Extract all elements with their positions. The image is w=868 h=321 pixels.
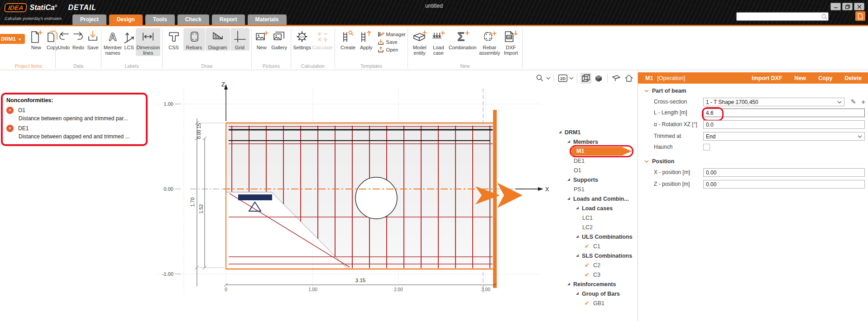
new-project-item-button[interactable]: New (29, 28, 44, 51)
tree-item-label: Reinforcements (573, 281, 616, 288)
rebar-section-icon (187, 28, 201, 45)
gallery-button[interactable]: Gallery (269, 28, 289, 51)
rebars-button[interactable]: Rebars (183, 28, 205, 51)
tab-report[interactable]: Report (212, 14, 245, 25)
svg-text:1.00: 1.00 (164, 101, 173, 107)
length-input[interactable]: 4.6 (703, 109, 865, 117)
rotation-input[interactable]: 0.0 (703, 120, 865, 129)
tab-materials[interactable]: Materials (248, 14, 287, 25)
tree-expander-icon[interactable] (567, 178, 570, 181)
tree-expander-icon[interactable] (576, 207, 579, 209)
tree-expander-icon[interactable] (567, 197, 570, 200)
restore-button[interactable] (842, 3, 853, 10)
tree-item-load-cases[interactable]: Load cases (554, 203, 640, 213)
nonconformity-item[interactable]: ✕ O1 (6, 107, 142, 114)
diagram-button[interactable]: Diagram (206, 28, 230, 51)
opening-o1[interactable] (355, 177, 397, 219)
tree-item-loads-and-combin-[interactable]: Loads and Combin... (554, 194, 640, 203)
dxf-import-button[interactable]: DXF DXF Import (501, 28, 520, 56)
template-save-button[interactable]: Save (378, 39, 406, 45)
tree-item-drm1[interactable]: DRM1 (554, 127, 640, 137)
z-position-input[interactable]: 0.00 (703, 180, 865, 189)
tree-item-group-of-bars[interactable]: Group of Bars (554, 289, 640, 298)
project-item-selector[interactable]: DRM1▼ (0, 34, 25, 44)
settings-button[interactable]: </> Settings (293, 28, 312, 51)
svg-text:0.00 15: 0.00 15 (196, 123, 201, 139)
tree-item-label: Members (573, 139, 598, 145)
tree-item-de1[interactable]: DE1 (554, 156, 640, 165)
group-label: Data (56, 63, 101, 70)
model-tree: DRM1MembersM1DE1O1SupportsPS1Loads and C… (554, 127, 640, 308)
section-part-of-beam[interactable]: Part of beam (644, 88, 686, 94)
tab-design[interactable]: Design (109, 14, 143, 25)
operation-id: M1 (645, 75, 653, 81)
tree-item-gb1[interactable]: ✔GB1 (554, 298, 640, 308)
tree-item-lc1[interactable]: LC1 (554, 213, 640, 222)
lcs-button[interactable]: LCS (122, 28, 136, 51)
x-position-input[interactable]: 0.00 (703, 168, 865, 177)
cross-section-select[interactable]: 1 - T Shape 1700,450 (703, 98, 844, 106)
tree-item-label: O1 (574, 167, 581, 174)
checkbox-checked-icon[interactable]: ✔ (585, 262, 593, 269)
tab-tools[interactable]: Tools (145, 14, 175, 25)
checkbox-checked-icon[interactable]: ✔ (585, 243, 593, 250)
tree-item-o1[interactable]: O1 (554, 165, 640, 175)
tab-project[interactable]: Project (72, 14, 106, 25)
dimension-lines-button[interactable]: Dimension lines (136, 28, 160, 56)
tree-item-label: Loads and Combin... (573, 196, 629, 202)
save-button[interactable]: Save (86, 28, 100, 51)
add-cross-section-icon[interactable]: + (861, 98, 865, 106)
tree-item-ps1[interactable]: PS1 (554, 184, 640, 194)
rebar-assembly-button[interactable]: Rebar assembly (478, 28, 501, 56)
support-ps1[interactable] (238, 194, 272, 211)
group-label: New (408, 63, 522, 70)
new-picture-button[interactable]: New (254, 28, 269, 51)
undo-button[interactable]: Undo (57, 28, 71, 51)
checkbox-checked-icon[interactable]: ✔ (585, 271, 593, 278)
create-template-button[interactable]: Create (339, 28, 357, 51)
tree-item-uls-combinations[interactable]: ULS Combinations (554, 232, 640, 241)
tree-item-sls-combinations[interactable]: SLS Combinations (554, 251, 640, 260)
tree-item-reinforcements[interactable]: Reinforcements (554, 279, 640, 289)
template-open-button[interactable]: Open (378, 47, 406, 53)
tree-item-supports[interactable]: Supports (554, 175, 640, 184)
copy-operation-button[interactable]: Copy (818, 75, 832, 81)
edit-pencil-icon[interactable]: ✎ (851, 98, 856, 105)
css-button[interactable]: CSS (165, 28, 183, 51)
tree-item-c3[interactable]: ✔C3 (554, 270, 640, 279)
svg-text:X: X (545, 186, 549, 193)
minimize-button[interactable] (830, 3, 841, 10)
grid-button[interactable]: Grid (230, 28, 249, 51)
search-input[interactable] (737, 14, 821, 19)
selected-item-arrow[interactable]: M1 (571, 147, 632, 156)
model-entity-button[interactable]: Model entity (410, 28, 429, 56)
template-search-icon (341, 28, 355, 45)
nonconformity-item[interactable]: ✕ DE1 (6, 125, 142, 132)
tree-expander-icon[interactable] (567, 140, 570, 143)
feedback-button[interactable] (855, 11, 865, 21)
member-names-button[interactable]: A Member names (103, 28, 122, 56)
tree-item-m1[interactable]: M1 (554, 146, 640, 156)
tree-expander-icon[interactable] (559, 131, 561, 133)
new-operation-button[interactable]: New (795, 75, 806, 81)
tab-check[interactable]: Check (177, 14, 209, 25)
combination-button[interactable]: Σ Combination (447, 28, 478, 51)
tree-expander-icon[interactable] (567, 283, 570, 285)
checkbox-checked-icon[interactable]: ✔ (585, 300, 593, 307)
tree-item-c1[interactable]: ✔C1 (554, 241, 640, 251)
load-case-button[interactable]: Load case (430, 28, 447, 56)
apply-template-button[interactable]: Apply (358, 28, 374, 51)
delete-operation-button[interactable]: Delete (844, 75, 862, 81)
template-manager-button[interactable]: Manager (378, 31, 406, 38)
tree-item-lc2[interactable]: LC2 (554, 222, 640, 232)
close-button[interactable] (854, 3, 864, 10)
haunch-checkbox[interactable] (703, 144, 710, 151)
tree-expander-icon[interactable] (576, 292, 579, 295)
trimmed-at-select[interactable]: End (703, 132, 865, 141)
redo-button[interactable]: Redo (71, 28, 86, 51)
tree-expander-icon[interactable] (576, 235, 579, 238)
tree-expander-icon[interactable] (576, 254, 579, 257)
import-dxf-button[interactable]: Import DXF (752, 75, 782, 81)
tree-item-c2[interactable]: ✔C2 (554, 260, 640, 270)
section-position[interactable]: Position (644, 158, 674, 165)
